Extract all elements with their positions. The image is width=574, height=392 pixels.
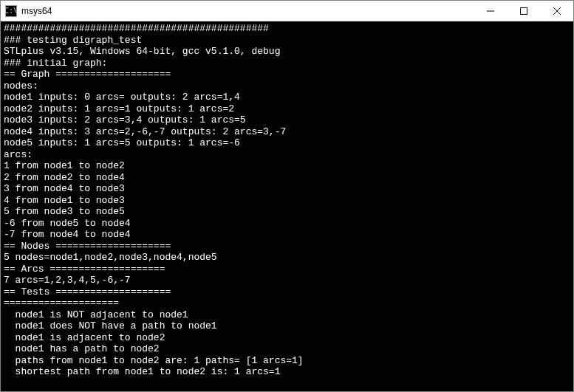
titlebar[interactable]: C:\ msys64: [1, 1, 573, 21]
minimize-icon: [487, 7, 494, 15]
app-icon: C:\: [5, 5, 17, 17]
terminal-line: node2 inputs: 1 arcs=1 outputs: 1 arcs=2: [1, 103, 573, 115]
terminal-line: node1 is adjacent to node2: [1, 332, 573, 344]
terminal-line: node5 inputs: 1 arcs=5 outputs: 1 arcs=-…: [1, 137, 573, 149]
terminal-line: STLplus v3.15, Windows 64-bit, gcc v5.1.…: [1, 46, 573, 58]
terminal-line: arcs:: [1, 149, 573, 161]
terminal-line: nodes:: [1, 80, 573, 92]
terminal-line: 1 from node1 to node2: [1, 160, 573, 172]
terminal-line: == Nodes ====================: [1, 241, 573, 252]
terminal-line: node1 is NOT adjacent to node1: [1, 309, 573, 321]
terminal-line: ########################################…: [1, 23, 573, 35]
svg-rect-1: [520, 7, 527, 14]
window-title: msys64: [21, 6, 474, 16]
terminal-line: paths from node1 to node2 are: 1 paths= …: [1, 355, 573, 367]
terminal-line: ### testing digraph_test: [1, 35, 573, 47]
terminal-output[interactable]: ########################################…: [1, 21, 573, 391]
terminal-line: node1 inputs: 0 arcs= outputs: 2 arcs=1,…: [1, 92, 573, 103]
terminal-line: node4 inputs: 3 arcs=2,-6,-7 outputs: 2 …: [1, 126, 573, 138]
terminal-line: 5 from node3 to node5: [1, 206, 573, 218]
terminal-line: node1 does NOT have a path to node1: [1, 320, 573, 332]
terminal-line: 5 nodes=node1,node2,node3,node4,node5: [1, 252, 573, 264]
terminal-line: 2 from node2 to node4: [1, 172, 573, 184]
terminal-line: node3 inputs: 2 arcs=3,4 outputs: 1 arcs…: [1, 114, 573, 126]
terminal-line: 7 arcs=1,2,3,4,5,-6,-7: [1, 275, 573, 286]
terminal-line: -6 from node5 to node4: [1, 218, 573, 230]
close-button[interactable]: [540, 1, 573, 21]
terminal-line: ### initial graph:: [1, 58, 573, 69]
app-window: C:\ msys64 #############################…: [0, 0, 574, 392]
terminal-line: shortest path from node1 to node2 is: 1 …: [1, 366, 573, 378]
terminal-line: -7 from node4 to node4: [1, 229, 573, 241]
minimize-button[interactable]: [474, 1, 507, 21]
terminal-line: 3 from node4 to node3: [1, 183, 573, 195]
terminal-line: == Graph ====================: [1, 69, 573, 80]
terminal-line: 4 from node1 to node3: [1, 195, 573, 207]
window-controls: [474, 1, 573, 21]
terminal-line: node1 has a path to node2: [1, 343, 573, 355]
close-icon: [553, 7, 561, 15]
terminal-line: ====================: [1, 298, 573, 309]
terminal-line: == Arcs ====================: [1, 264, 573, 275]
maximize-icon: [520, 7, 527, 15]
maximize-button[interactable]: [507, 1, 540, 21]
terminal-line: == Tests ====================: [1, 286, 573, 298]
